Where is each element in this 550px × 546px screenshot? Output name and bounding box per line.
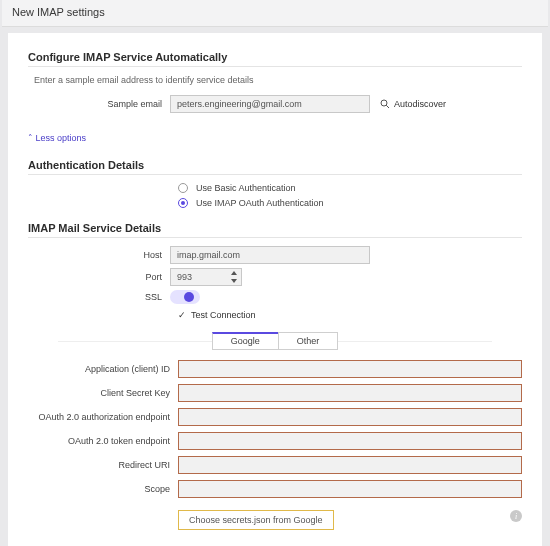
host-label: Host (28, 250, 170, 260)
port-step-up[interactable] (227, 269, 241, 277)
redirect-uri-label: Redirect URI (28, 460, 178, 470)
test-connection-label: Test Connection (191, 310, 256, 320)
basic-auth-label: Use Basic Authentication (196, 183, 296, 193)
svg-line-1 (386, 105, 389, 108)
settings-panel: Configure IMAP Service Automatically Ent… (8, 33, 542, 546)
auth-endpoint-input[interactable] (178, 408, 522, 426)
auth-heading: Authentication Details (28, 159, 522, 171)
token-endpoint-label: OAuth 2.0 token endpoint (28, 436, 178, 446)
divider (28, 174, 522, 175)
sample-email-label: Sample email (28, 99, 170, 109)
tab-other[interactable]: Other (278, 332, 339, 350)
chevron-up-icon (231, 271, 237, 275)
less-options-link[interactable]: ˄ Less options (28, 133, 86, 143)
sample-email-input[interactable] (170, 95, 370, 113)
tab-google[interactable]: Google (212, 332, 279, 350)
ssl-label: SSL (28, 292, 170, 302)
client-id-label: Application (client) ID (28, 364, 178, 374)
mail-heading: IMAP Mail Service Details (28, 222, 522, 234)
oauth-auth-label: Use IMAP OAuth Authentication (196, 198, 323, 208)
ssl-toggle[interactable] (170, 290, 200, 304)
configure-heading: Configure IMAP Service Automatically (28, 51, 522, 63)
svg-marker-2 (231, 271, 237, 275)
scope-input[interactable] (178, 480, 522, 498)
divider (28, 66, 522, 67)
host-input[interactable] (170, 246, 370, 264)
oauth-auth-radio[interactable]: Use IMAP OAuth Authentication (178, 198, 522, 208)
svg-marker-3 (231, 279, 237, 283)
basic-auth-radio[interactable]: Use Basic Authentication (178, 183, 522, 193)
chevron-down-icon (231, 279, 237, 283)
oauth-provider-tabs: Google Other (28, 332, 522, 350)
svg-point-0 (381, 100, 387, 106)
choose-secrets-button[interactable]: Choose secrets.json from Google (178, 510, 334, 530)
search-icon (380, 99, 390, 109)
info-icon[interactable]: i (510, 510, 522, 522)
port-label: Port (28, 272, 170, 282)
redirect-uri-input[interactable] (178, 456, 522, 474)
radio-checked-icon (178, 198, 188, 208)
divider (28, 237, 522, 238)
autodiscover-button[interactable]: Autodiscover (380, 99, 446, 109)
page-title: New IMAP settings (2, 0, 548, 27)
client-secret-input[interactable] (178, 384, 522, 402)
client-id-input[interactable] (178, 360, 522, 378)
token-endpoint-input[interactable] (178, 432, 522, 450)
toggle-knob (184, 292, 194, 302)
scope-label: Scope (28, 484, 178, 494)
radio-unchecked-icon (178, 183, 188, 193)
test-connection-button[interactable]: ✓ Test Connection (178, 310, 522, 320)
configure-hint: Enter a sample email address to identify… (34, 75, 522, 85)
autodiscover-label: Autodiscover (394, 99, 446, 109)
client-secret-label: Client Secret Key (28, 388, 178, 398)
check-icon: ✓ (178, 310, 186, 320)
auth-endpoint-label: OAuth 2.0 authorization endpoint (28, 412, 178, 422)
port-step-down[interactable] (227, 277, 241, 285)
